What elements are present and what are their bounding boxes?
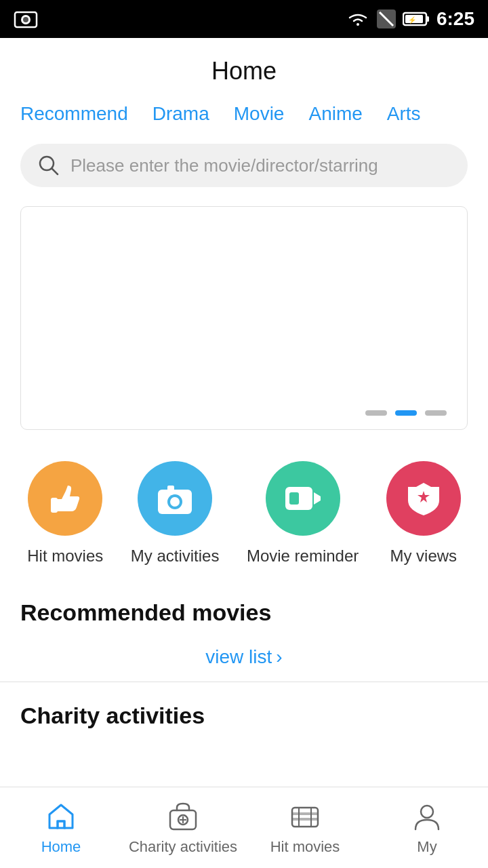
banner-dots bbox=[365, 410, 447, 416]
cat-tab-drama[interactable]: Drama bbox=[152, 103, 209, 125]
svg-line-10 bbox=[52, 169, 58, 174]
home-nav-label: Home bbox=[41, 838, 81, 856]
photo-icon bbox=[14, 9, 38, 28]
charity-nav-icon bbox=[167, 800, 199, 833]
wifi-icon bbox=[346, 9, 370, 28]
svg-marker-18 bbox=[314, 492, 321, 505]
nav-item-my[interactable]: My bbox=[366, 800, 488, 856]
my-activities-icon-circle bbox=[138, 461, 212, 536]
svg-rect-19 bbox=[289, 492, 299, 505]
status-time: 6:25 bbox=[436, 8, 474, 30]
thumbs-up-icon bbox=[47, 480, 83, 517]
view-list-row[interactable]: view list › bbox=[0, 633, 488, 682]
my-views-icon-circle bbox=[386, 461, 461, 536]
charity-nav-label: Charity activities bbox=[129, 838, 237, 856]
my-activities-label: My activities bbox=[131, 547, 220, 566]
my-views-label: My views bbox=[390, 547, 457, 566]
svg-point-31 bbox=[421, 806, 433, 818]
svg-rect-16 bbox=[184, 492, 189, 496]
nav-item-charity[interactable]: Charity activities bbox=[122, 800, 244, 856]
svg-rect-6 bbox=[426, 16, 429, 22]
status-bar: ⚡ 6:25 bbox=[0, 0, 488, 38]
dot-2 bbox=[395, 410, 417, 416]
page-header: Home bbox=[0, 38, 488, 96]
cat-tab-movie[interactable]: Movie bbox=[234, 103, 285, 125]
svg-rect-26 bbox=[292, 808, 318, 827]
action-my-activities[interactable]: My activities bbox=[131, 461, 220, 566]
nav-item-hit-movies[interactable]: Hit movies bbox=[244, 800, 366, 856]
search-icon bbox=[37, 153, 61, 178]
recommended-movies-title: Recommended movies bbox=[0, 579, 488, 633]
cat-tab-anime[interactable]: Anime bbox=[308, 103, 362, 125]
category-tabs: Recommend Drama Movie Anime Arts bbox=[0, 96, 488, 132]
search-placeholder: Please enter the movie/director/starring bbox=[70, 155, 378, 176]
cat-tab-arts[interactable]: Arts bbox=[387, 103, 421, 125]
svg-point-2 bbox=[23, 17, 28, 22]
camera-icon bbox=[155, 481, 195, 515]
view-list-chevron-icon: › bbox=[276, 646, 282, 668]
battery-icon: ⚡ bbox=[403, 11, 430, 27]
action-movie-reminder[interactable]: Movie reminder bbox=[247, 461, 359, 566]
banner-slider bbox=[20, 206, 468, 430]
search-container: Please enter the movie/director/starring bbox=[0, 132, 488, 199]
view-list-text: view list bbox=[205, 646, 272, 668]
status-right-icons: ⚡ 6:25 bbox=[346, 8, 474, 30]
hit-movies-nav-label: Hit movies bbox=[270, 838, 340, 856]
svg-rect-21 bbox=[58, 821, 64, 828]
search-bar[interactable]: Please enter the movie/director/starring bbox=[20, 144, 468, 187]
video-icon bbox=[284, 481, 322, 515]
status-left-icons bbox=[14, 9, 38, 28]
svg-text:⚡: ⚡ bbox=[408, 16, 417, 24]
star-shield-icon bbox=[405, 480, 442, 517]
dot-1 bbox=[365, 410, 387, 416]
quick-actions: Hit movies My activities Movie reminder bbox=[0, 437, 488, 579]
dot-3 bbox=[425, 410, 447, 416]
film-nav-icon bbox=[289, 800, 321, 833]
svg-point-14 bbox=[170, 497, 180, 507]
action-my-views[interactable]: My views bbox=[386, 461, 461, 566]
my-nav-label: My bbox=[417, 838, 436, 856]
charity-activities-title: Charity activities bbox=[0, 682, 488, 736]
hit-movies-label: Hit movies bbox=[27, 547, 103, 566]
svg-rect-11 bbox=[51, 498, 58, 513]
hit-movies-icon-circle bbox=[28, 461, 102, 536]
nav-item-home[interactable]: Home bbox=[0, 800, 122, 856]
movie-reminder-icon-circle bbox=[266, 461, 340, 536]
page-title: Home bbox=[0, 57, 488, 85]
cat-tab-recommend[interactable]: Recommend bbox=[20, 103, 128, 125]
svg-rect-15 bbox=[167, 486, 174, 491]
signal-icon bbox=[377, 9, 396, 28]
svg-rect-27 bbox=[292, 813, 318, 814]
movie-reminder-label: Movie reminder bbox=[247, 547, 359, 566]
svg-point-9 bbox=[40, 157, 54, 170]
person-nav-icon bbox=[411, 800, 443, 833]
bottom-nav: Home Charity activities Hit movies bbox=[0, 787, 488, 868]
home-nav-icon bbox=[45, 800, 77, 833]
svg-rect-28 bbox=[292, 818, 318, 820]
action-hit-movies[interactable]: Hit movies bbox=[27, 461, 103, 566]
